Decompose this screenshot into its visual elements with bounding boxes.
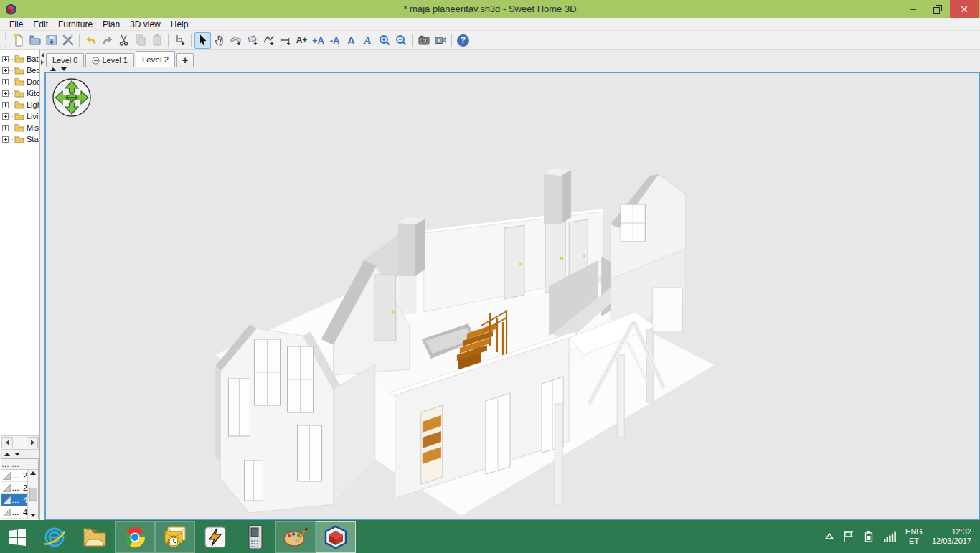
splitter-up-icon[interactable]	[50, 67, 56, 71]
furniture-list-table[interactable]: … … … 2 … 2 … 4 … 4	[1, 458, 39, 519]
create-dimensions-button[interactable]	[277, 32, 293, 49]
taskbar-paint[interactable]	[275, 521, 316, 553]
pan-tool-button[interactable]	[211, 32, 227, 49]
tree-item-miscellaneous[interactable]: Mis	[0, 122, 39, 133]
save-icon	[45, 34, 58, 47]
file-explorer-icon	[83, 526, 107, 548]
scroll-up-icon[interactable]	[30, 471, 36, 475]
taskbar-internet-explorer[interactable]	[34, 521, 75, 553]
copy-button[interactable]	[132, 32, 149, 49]
tree-item-doors-windows[interactable]: Doo	[0, 76, 39, 88]
toolbar-grip[interactable]	[4, 33, 8, 47]
taskbar-chrome[interactable]	[115, 521, 155, 553]
action-center-flag-icon[interactable]	[843, 531, 854, 542]
create-polylines-button[interactable]	[260, 32, 277, 49]
column-header[interactable]: …	[11, 460, 22, 468]
taskbar-sweet-home-3d[interactable]	[316, 521, 356, 553]
column-header[interactable]: …	[1, 460, 11, 468]
redo-button[interactable]	[99, 32, 116, 49]
create-photo-button[interactable]	[415, 32, 432, 49]
navigation-compass[interactable]	[52, 77, 92, 118]
scrollbar-thumb[interactable]	[29, 488, 37, 501]
start-button[interactable]	[0, 521, 34, 553]
tree-horizontal-scrollbar[interactable]	[1, 435, 39, 450]
catalog-table-splitter[interactable]	[0, 450, 39, 458]
splitter-down-icon[interactable]	[61, 67, 67, 71]
splitter-up-icon[interactable]	[4, 453, 10, 456]
3d-view[interactable]	[44, 72, 980, 520]
menu-plan[interactable]: Plan	[98, 19, 125, 29]
battery-icon[interactable]	[864, 531, 874, 542]
increase-text-size-button[interactable]: +A	[310, 32, 326, 49]
taskbar-file-explorer[interactable]	[75, 521, 115, 553]
bold-button[interactable]: A	[343, 32, 359, 49]
splitter-down-icon[interactable]	[14, 453, 20, 456]
expand-icon[interactable]	[2, 136, 9, 143]
add-level-button[interactable]: +	[176, 53, 194, 67]
undo-button[interactable]	[83, 32, 99, 49]
create-video-button[interactable]	[432, 32, 448, 49]
tree-item-kitchen[interactable]: Kitc	[0, 88, 39, 99]
zoom-in-button[interactable]	[376, 32, 392, 49]
scroll-right-icon[interactable]	[27, 437, 38, 448]
expand-icon[interactable]	[2, 90, 9, 97]
furniture-table-header[interactable]: … …	[1, 459, 38, 470]
taskbar-winamp[interactable]	[195, 521, 235, 553]
close-button[interactable]: ✕	[950, 0, 979, 18]
tab-level-0[interactable]: Level 0	[46, 53, 84, 67]
italic-button[interactable]: A	[359, 32, 376, 49]
table-vertical-scrollbar[interactable]	[27, 470, 38, 519]
taskbar-phone[interactable]	[235, 521, 275, 553]
menu-3d-view[interactable]: 3D view	[125, 19, 166, 29]
add-text-button[interactable]: A+	[293, 32, 310, 49]
tree-item-staircases[interactable]: Sta	[0, 133, 39, 145]
scroll-left-icon[interactable]	[1, 437, 13, 448]
menu-file[interactable]: File	[4, 19, 28, 29]
paste-button[interactable]	[149, 32, 165, 49]
expand-icon[interactable]	[2, 102, 9, 108]
add-furniture-button[interactable]	[171, 32, 188, 49]
help-button[interactable]: ?	[455, 32, 471, 49]
plan-3d-splitter[interactable]	[44, 67, 980, 72]
minimize-button[interactable]: –	[901, 0, 925, 18]
expand-icon[interactable]	[2, 67, 9, 74]
cut-button[interactable]	[116, 32, 132, 49]
collapse-right-icon[interactable]	[41, 60, 44, 65]
title-bar[interactable]: * maja planeeritav.sh3d - Sweet Home 3D …	[0, 0, 980, 18]
language-indicator[interactable]: ENG ET	[905, 527, 923, 546]
menu-help[interactable]: Help	[166, 19, 194, 29]
tree-item-bathroom[interactable]: Bat	[0, 53, 39, 65]
expand-icon[interactable]	[2, 125, 9, 131]
collapse-left-icon[interactable]	[41, 53, 44, 57]
menu-edit[interactable]: Edit	[28, 19, 53, 29]
tree-item-living-room[interactable]: Livi	[0, 110, 39, 122]
toolbar-separator	[79, 34, 80, 47]
hidden-icons-button[interactable]	[825, 533, 834, 540]
furniture-category-tree[interactable]: Bat Bed Doo Kitc Ligh Livi Mis Sta	[0, 50, 39, 435]
expand-icon[interactable]	[2, 79, 9, 85]
tab-level-2[interactable]: Level 2	[136, 51, 175, 67]
scroll-down-icon[interactable]	[30, 514, 36, 517]
furniture-thumbnail-icon	[3, 496, 11, 504]
network-signal-icon[interactable]	[883, 531, 896, 542]
clock[interactable]: 12:32 12/03/2017	[932, 527, 971, 546]
new-button[interactable]	[10, 32, 27, 49]
preferences-button[interactable]	[60, 32, 76, 49]
menu-furniture[interactable]: Furniture	[53, 19, 98, 29]
decrease-text-size-button[interactable]: -A	[326, 32, 343, 49]
tree-item-lights[interactable]: Ligh	[0, 99, 39, 110]
restore-button[interactable]	[925, 0, 950, 18]
expand-icon[interactable]	[2, 113, 9, 120]
winamp-icon	[204, 526, 227, 549]
save-button[interactable]	[43, 32, 60, 49]
tab-level-1[interactable]: Level 1	[85, 53, 133, 67]
select-tool-button[interactable]	[194, 32, 211, 49]
open-button[interactable]	[27, 32, 43, 49]
create-rooms-button[interactable]	[244, 32, 260, 49]
create-walls-button[interactable]	[227, 32, 244, 49]
pan-hand-icon	[213, 34, 226, 47]
tree-item-bedroom[interactable]: Bed	[0, 65, 39, 76]
zoom-out-button[interactable]	[392, 32, 409, 49]
taskbar-outlook[interactable]	[155, 521, 195, 553]
expand-icon[interactable]	[2, 56, 9, 62]
